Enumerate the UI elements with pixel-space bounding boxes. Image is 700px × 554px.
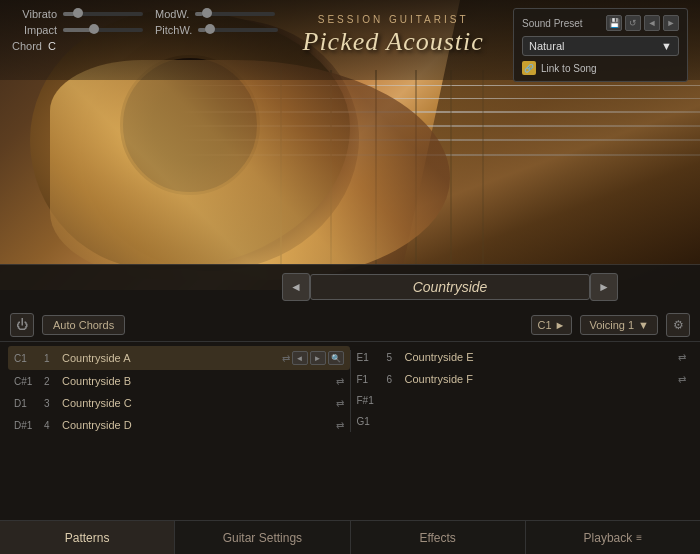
chord-item-g1: G1 [351, 411, 693, 432]
wrench-icon: ⚙ [673, 318, 684, 332]
string-3 [180, 111, 700, 113]
vibrato-slider[interactable] [63, 12, 143, 16]
bottom-panel-inner: ◄ Countryside ► ⏻ Auto Chords C1 ► Voici… [0, 265, 700, 520]
current-pattern-name: Countryside [310, 274, 590, 300]
fret-1 [280, 70, 282, 270]
vibrato-row: Vibrato ModW. [12, 8, 278, 20]
prev-pattern-btn[interactable]: ◄ [282, 273, 310, 301]
fret-2 [330, 70, 332, 270]
next-pattern-btn[interactable]: ► [590, 273, 618, 301]
chord-num-5: 5 [387, 352, 401, 363]
chord-column-left: C1 1 Countryside A ⇄ ◄ ► 🔍 C#1 2 Country… [8, 346, 350, 436]
chord-item-c1[interactable]: C1 1 Countryside A ⇄ ◄ ► 🔍 [8, 346, 350, 370]
chord-edit-icon-2: ⇄ [336, 376, 344, 387]
voicing-label: Voicing 1 [589, 319, 634, 331]
tab-guitar-settings-label: Guitar Settings [223, 531, 302, 545]
countryside-selector: ◄ Countryside ► [0, 265, 700, 309]
chord-item-d1[interactable]: D1 3 Countryside C ⇄ [8, 392, 350, 414]
chord-item-e1[interactable]: E1 5 Countryside E ⇄ [351, 346, 693, 368]
chord-key-fs1: F#1 [357, 395, 383, 406]
sound-preset-header: Sound Preset 💾 ↺ ◄ ► [522, 15, 679, 31]
right-controls: Sound Preset 💾 ↺ ◄ ► Natural ▼ 🔗 Link to… [508, 8, 688, 82]
prev-preset-btn[interactable]: ◄ [644, 15, 660, 31]
chord-next-btn-1[interactable]: ► [310, 351, 326, 365]
chord-key-e1: E1 [357, 352, 383, 363]
auto-chords-button[interactable]: Auto Chords [42, 315, 125, 335]
chord-edit-icon-5: ⇄ [678, 352, 686, 363]
chord-search-btn-1[interactable]: 🔍 [328, 351, 344, 365]
preset-dropdown[interactable]: Natural ▼ [522, 36, 679, 56]
fret-4 [415, 70, 417, 270]
chord-actions-1: ⇄ ◄ ► 🔍 [282, 351, 344, 365]
session-guitarist-text: SESSION GUITARIST [318, 14, 469, 25]
bottom-panel: ◄ Countryside ► ⏻ Auto Chords C1 ► Voici… [0, 264, 700, 554]
chord-num-1: 1 [44, 353, 58, 364]
modw-slider[interactable] [195, 12, 275, 16]
preset-icons: 💾 ↺ ◄ ► [606, 15, 679, 31]
chord-prev-btn-1[interactable]: ◄ [292, 351, 308, 365]
chord-key-cs1: C#1 [14, 376, 40, 387]
next-preset-btn[interactable]: ► [663, 15, 679, 31]
chord-name-countryside-e: Countryside E [405, 351, 675, 363]
c1-arrow: ► [555, 319, 566, 331]
fret-3 [375, 70, 377, 270]
chord-value: C [48, 40, 56, 52]
impact-row: Impact PitchW. [12, 24, 278, 36]
pitchw-slider[interactable] [198, 28, 278, 32]
tab-playback-icon: ≡ [636, 532, 642, 543]
chord-actions-2: ⇄ [336, 376, 344, 387]
dropdown-arrow-icon: ▼ [661, 40, 672, 52]
wrench-button[interactable]: ⚙ [666, 313, 690, 337]
modw-label: ModW. [155, 8, 189, 20]
power-button[interactable]: ⏻ [10, 313, 34, 337]
voicing-dropdown-arrow: ▼ [638, 319, 649, 331]
sound-preset-panel: Sound Preset 💾 ↺ ◄ ► Natural ▼ 🔗 Link to… [513, 8, 688, 82]
chord-row: Chord C [12, 40, 278, 52]
string-1 [180, 85, 700, 86]
tab-patterns[interactable]: Patterns [0, 521, 175, 554]
chord-actions-4: ⇄ [336, 420, 344, 431]
impact-slider[interactable] [63, 28, 143, 32]
tab-effects[interactable]: Effects [351, 521, 526, 554]
string-6 [180, 154, 700, 156]
chord-num-4: 4 [44, 420, 58, 431]
pitchw-label: PitchW. [155, 24, 192, 36]
undo-preset-btn[interactable]: ↺ [625, 15, 641, 31]
link-symbol: 🔗 [524, 64, 534, 73]
chord-key-c1: C1 [14, 353, 40, 364]
chord-key-g1: G1 [357, 416, 383, 427]
chord-item-cs1[interactable]: C#1 2 Countryside B ⇄ [8, 370, 350, 392]
vibrato-label: Vibrato [12, 8, 57, 20]
chord-key-d1: D1 [14, 398, 40, 409]
chord-actions-3: ⇄ [336, 398, 344, 409]
link-icon: 🔗 [522, 61, 536, 75]
top-controls: Vibrato ModW. Impact PitchW. [0, 0, 700, 80]
chord-name-countryside-d: Countryside D [62, 419, 332, 431]
chord-edit-icon-3: ⇄ [336, 398, 344, 409]
chord-num-2: 2 [44, 376, 58, 387]
chord-actions-5: ⇄ [678, 352, 686, 363]
fret-5 [450, 70, 452, 270]
left-controls: Vibrato ModW. Impact PitchW. [12, 8, 278, 52]
chord-item-fs1: F#1 [351, 390, 693, 411]
tab-playback[interactable]: Playback ≡ [526, 521, 700, 554]
chord-num-3: 3 [44, 398, 58, 409]
voicing-dropdown[interactable]: Voicing 1 ▼ [580, 315, 658, 335]
chord-item-ds1[interactable]: D#1 4 Countryside D ⇄ [8, 414, 350, 436]
tab-guitar-settings[interactable]: Guitar Settings [175, 521, 350, 554]
picked-acoustic-title: Picked Acoustic [303, 27, 484, 57]
c1-display: C1 ► [531, 315, 573, 335]
sound-preset-label: Sound Preset [522, 18, 583, 29]
chord-name-countryside-a: Countryside A [62, 352, 278, 364]
chord-key-ds1: D#1 [14, 420, 40, 431]
chord-item-f1[interactable]: F1 6 Countryside F ⇄ [351, 368, 693, 390]
chord-edit-icon-1: ⇄ [282, 353, 290, 364]
chord-name-countryside-f: Countryside F [405, 373, 675, 385]
link-to-song-label: Link to Song [541, 63, 597, 74]
string-5 [180, 139, 700, 141]
chord-label: Chord [12, 40, 42, 52]
save-preset-btn[interactable]: 💾 [606, 15, 622, 31]
chord-num-6: 6 [387, 374, 401, 385]
chord-edit-icon-6: ⇄ [678, 374, 686, 385]
link-to-song: 🔗 Link to Song [522, 61, 679, 75]
